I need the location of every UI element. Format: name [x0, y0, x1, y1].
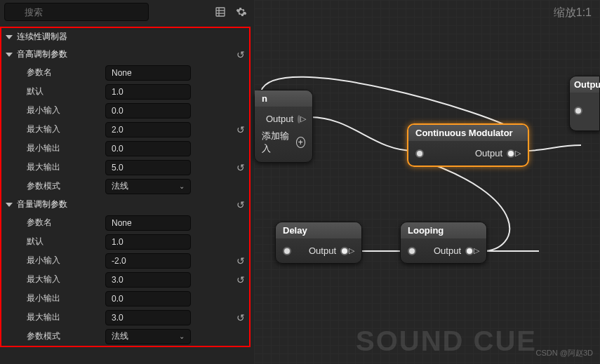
prop-row: 最小输入 0.0: [1, 101, 249, 120]
details-panel: 连续性调制器 音高调制参数 ↺ 参数名 None 默认 1.0 最小输入: [0, 0, 254, 364]
prop-row: 最小输出 0.0: [1, 289, 249, 308]
node-looping[interactable]: Looping Output ▷: [400, 222, 487, 264]
output-pin[interactable]: [465, 247, 474, 255]
prop-row: 参数名 None: [1, 63, 249, 82]
input-pin[interactable]: [283, 247, 291, 255]
node-title: Continuous Modulator: [408, 125, 528, 141]
prop-label: 默认: [27, 236, 105, 248]
node-title: Looping: [401, 222, 486, 238]
node-title: Output: [570, 76, 599, 93]
view-options-icon[interactable]: [212, 4, 229, 20]
chevron-down-icon: [6, 53, 13, 57]
section-volume-label: 音量调制参数: [17, 198, 67, 210]
prop-label: 最小输出: [27, 292, 105, 304]
prop-label: 参数名: [27, 67, 105, 79]
prop-row: 参数名 None: [1, 213, 249, 232]
chevron-down-icon: [6, 203, 13, 207]
mode-value: 法线: [112, 180, 128, 192]
prop-row: 最大输出 3.0 ↺: [1, 308, 249, 327]
zoom-label: 缩放1:1: [554, 6, 592, 20]
node-continuous-modulator[interactable]: Continuous Modulator Output ▷: [407, 123, 529, 167]
section-pitch[interactable]: 音高调制参数 ↺: [1, 46, 249, 63]
gear-icon[interactable]: [233, 4, 250, 20]
section-volume[interactable]: 音量调制参数 ↺: [1, 196, 249, 213]
param-name-input[interactable]: None: [105, 215, 191, 231]
node-mixer[interactable]: n Output ▷ 添加输入 +: [254, 90, 313, 163]
output-pin[interactable]: [507, 149, 515, 158]
prop-label: 最大输出: [27, 311, 105, 323]
prop-row: 最小输入 -2.0 ↺: [1, 251, 249, 270]
section-root[interactable]: 连续性调制器: [1, 28, 249, 46]
prop-label: 参数模式: [27, 330, 105, 342]
prop-label: 最小输入: [27, 105, 105, 116]
chevron-down-icon: ⌄: [179, 182, 185, 190]
min-in-input[interactable]: 0.0: [105, 103, 191, 119]
mode-select[interactable]: 法线 ⌄: [105, 329, 191, 344]
plus-icon[interactable]: +: [296, 137, 305, 148]
pin-label: Output: [266, 114, 293, 124]
watermark: SOUND CUE: [356, 325, 537, 357]
reset-icon[interactable]: ↺: [236, 124, 245, 135]
max-out-input[interactable]: 3.0: [105, 310, 191, 325]
add-input-label: 添加输入: [262, 130, 292, 155]
search-input[interactable]: [4, 3, 149, 21]
prop-row: 参数模式 法线 ⌄: [1, 327, 249, 346]
reset-icon[interactable]: ↺: [236, 49, 245, 60]
max-in-input[interactable]: 3.0: [105, 272, 191, 288]
prop-row: 默认 1.0: [1, 232, 249, 251]
param-name-input[interactable]: None: [105, 65, 191, 81]
prop-row: 最大输入 2.0 ↺: [1, 120, 249, 139]
csdn-watermark: CSDN @阿赵3D: [536, 348, 593, 358]
reset-icon[interactable]: ↺: [236, 274, 245, 285]
prop-row: 参数模式 法线 ⌄: [1, 177, 249, 196]
default-input[interactable]: 1.0: [105, 234, 191, 250]
prop-label: 参数模式: [27, 180, 105, 192]
pin-label: Output: [434, 245, 461, 256]
input-pin[interactable]: [415, 149, 424, 158]
node-title: Delay: [276, 222, 361, 238]
prop-row: 最大输入 3.0 ↺: [1, 270, 249, 289]
prop-row: 默认 1.0: [1, 82, 249, 101]
search-row: [0, 0, 254, 24]
node-delay[interactable]: Delay Output ▷: [275, 222, 362, 264]
node-title: n: [255, 90, 312, 107]
prop-row: 最小输出 0.0: [1, 139, 249, 158]
highlighted-properties: 连续性调制器 音高调制参数 ↺ 参数名 None 默认 1.0 最小输入: [0, 27, 251, 347]
prop-label: 最大输入: [27, 274, 105, 285]
prop-label: 参数名: [27, 217, 105, 229]
chevron-down-icon: [6, 35, 13, 39]
reset-icon[interactable]: ↺: [236, 162, 245, 173]
prop-row: 最大输出 5.0 ↺: [1, 158, 249, 177]
pin-label: Output: [309, 245, 336, 256]
prop-label: 默认: [27, 86, 105, 97]
max-in-input[interactable]: 2.0: [105, 122, 191, 137]
prop-label: 最小输入: [27, 255, 105, 267]
reset-icon[interactable]: ↺: [236, 255, 245, 267]
min-out-input[interactable]: 0.0: [105, 291, 191, 306]
max-out-input[interactable]: 5.0: [105, 160, 191, 175]
prop-label: 最小输出: [27, 142, 105, 154]
node-graph[interactable]: 缩放1:1 n Output ▷ 添加输入 +: [254, 0, 600, 364]
section-pitch-label: 音高调制参数: [17, 48, 67, 60]
prop-label: 最大输出: [27, 161, 105, 173]
default-input[interactable]: 1.0: [105, 84, 191, 100]
mode-select[interactable]: 法线 ⌄: [105, 179, 191, 194]
min-out-input[interactable]: 0.0: [105, 141, 191, 156]
svg-rect-2: [216, 8, 225, 16]
min-in-input[interactable]: -2.0: [105, 253, 191, 269]
chevron-down-icon: ⌄: [179, 332, 185, 340]
prop-label: 最大输入: [27, 123, 105, 135]
reset-icon[interactable]: ↺: [236, 312, 245, 323]
reset-icon[interactable]: ↺: [236, 199, 245, 210]
node-output[interactable]: Output: [569, 76, 600, 131]
pin-label: Output: [475, 148, 502, 159]
wires: [254, 0, 600, 364]
output-pin[interactable]: [340, 247, 349, 255]
section-root-label: 连续性调制器: [17, 31, 67, 43]
input-pin[interactable]: [574, 107, 582, 115]
mode-value: 法线: [112, 330, 128, 342]
input-pin[interactable]: [408, 247, 416, 255]
